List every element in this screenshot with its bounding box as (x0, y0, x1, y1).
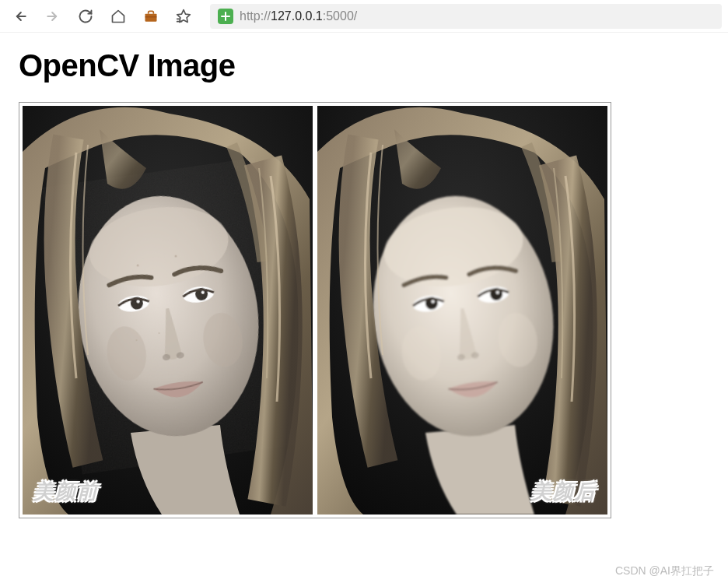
bookmark-button[interactable] (170, 4, 198, 29)
watermark: CSDN @AI界扛把子 (615, 564, 714, 578)
url-display: http://127.0.0.1:5000/ (240, 9, 357, 23)
url-host: 127.0.0.1 (271, 9, 323, 23)
page-title: OpenCV Image (19, 48, 709, 83)
before-image-panel: 美颜前 (23, 106, 313, 515)
home-button[interactable] (104, 4, 132, 29)
security-shield-icon (218, 9, 233, 24)
after-image-panel: 美颜后 (317, 106, 607, 515)
browser-toolbar: http://127.0.0.1:5000/ (0, 0, 728, 33)
address-bar[interactable]: http://127.0.0.1:5000/ (210, 4, 722, 29)
reload-button[interactable] (72, 4, 100, 29)
svg-marker-4 (177, 9, 191, 22)
svg-rect-2 (145, 13, 157, 21)
face-before-svg (23, 106, 313, 515)
url-protocol: http:// (240, 9, 271, 23)
comparison-image: 美颜前 (19, 102, 611, 518)
before-label: 美颜前 (33, 478, 99, 505)
face-after-svg (317, 106, 607, 515)
forward-button[interactable] (39, 4, 67, 29)
briefcase-icon[interactable] (137, 4, 165, 29)
after-label: 美颜后 (531, 478, 597, 505)
url-port: :5000 (323, 9, 354, 23)
url-path: / (354, 9, 357, 23)
page-content: OpenCV Image (0, 33, 728, 534)
back-button[interactable] (6, 4, 34, 29)
